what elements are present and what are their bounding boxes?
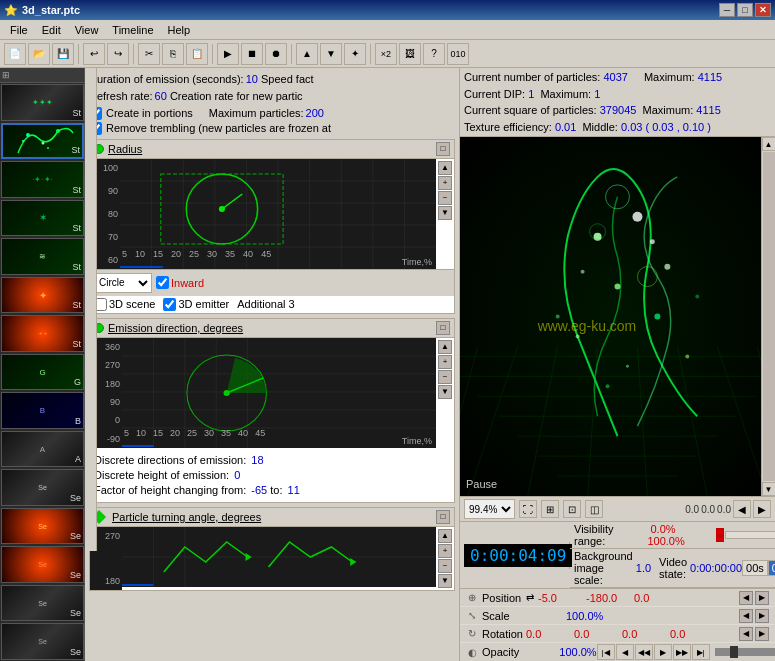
rotation-x[interactable]: 0.0 [526,628,566,640]
thumbnail-4[interactable]: ≋ St [1,238,84,275]
emission-side-btn-4[interactable]: ▼ [438,385,452,399]
tb-down[interactable]: ▼ [320,43,342,65]
duration-value[interactable]: 10 [246,72,258,87]
scale-btn-1[interactable]: ◀ [739,609,753,623]
tb-cut[interactable]: ✂ [138,43,160,65]
nav-btn-2[interactable]: ▶ [753,500,771,518]
maximize-button[interactable]: □ [737,3,753,17]
play-to-start[interactable]: |◀ [597,644,615,660]
menu-edit[interactable]: Edit [36,22,67,38]
radius-shape-select[interactable]: Circle Square Triangle [94,273,152,293]
play-thumb[interactable] [730,646,738,658]
thumbnail-14[interactable]: Se Se [1,623,84,660]
thumbnail-2[interactable]: ·✦·✦· St [1,161,84,198]
timeline-label-08s[interactable]: 08s [768,560,775,576]
tb-redo[interactable]: ↪ [107,43,129,65]
radius-side-btn-4[interactable]: ▼ [438,206,452,220]
scroll-track[interactable] [763,152,775,481]
menu-timeline[interactable]: Timeline [106,22,159,38]
zoom-icon-3[interactable]: ⊡ [563,500,581,518]
play-back-frame[interactable]: ◀ [616,644,634,660]
tb-undo[interactable]: ↩ [83,43,105,65]
tb-x2[interactable]: ×2 [375,43,397,65]
scroll-up[interactable]: ▲ [762,137,776,151]
play-back[interactable]: ◀◀ [635,644,653,660]
range-left[interactable] [716,528,724,542]
menu-view[interactable]: View [69,22,105,38]
emission-graph-btn[interactable]: □ [436,321,450,335]
emitter-3d-checkbox[interactable] [163,298,176,311]
position-y[interactable]: -180.0 [586,592,626,604]
viewport-scrollbar[interactable]: ▲ ▼ [761,137,775,496]
turning-graph-canvas[interactable] [122,527,436,587]
turning-side-btn-1[interactable]: ▲ [438,529,452,543]
scroll-down[interactable]: ▼ [762,482,776,496]
thumbnail-8[interactable]: B B [1,392,84,429]
inward-checkbox[interactable] [156,276,169,289]
tb-up[interactable]: ▲ [296,43,318,65]
tb-help[interactable]: ? [423,43,445,65]
tb-open[interactable]: 📂 [28,43,50,65]
thumbnail-12[interactable]: Se Se [1,546,84,583]
thumbnail-3[interactable]: ✶ St [1,200,84,237]
rot-btn-2[interactable]: ▶ [755,627,769,641]
tb-play[interactable]: ▶ [217,43,239,65]
viewport[interactable]: www.eg-ku.com Pause ▲ ▼ [460,137,775,496]
turning-side-btn-4[interactable]: ▼ [438,574,452,588]
emission-side-btn-1[interactable]: ▲ [438,340,452,354]
scale-value[interactable]: 100.0% [566,610,603,622]
zoom-select[interactable]: 99.4% 100% 50% [464,499,515,519]
tb-extra[interactable]: 010 [447,43,469,65]
discrete-h-value[interactable]: 0 [234,469,240,481]
radius-side-btn-2[interactable]: + [438,176,452,190]
tb-new[interactable]: 📄 [4,43,26,65]
rotation-w[interactable]: 0.0 [670,628,710,640]
nav-btn-1[interactable]: ◀ [733,500,751,518]
radius-graph-canvas[interactable]: Time,% 51015202530354045 [120,159,436,269]
rotation-y[interactable]: 0.0 [574,628,614,640]
tb-copy[interactable]: ⎘ [162,43,184,65]
radius-side-btn-1[interactable]: ▲ [438,161,452,175]
tb-save[interactable]: 💾 [52,43,74,65]
radius-side-btn-3[interactable]: − [438,191,452,205]
thumbnail-13[interactable]: Se Se [1,585,84,622]
menu-file[interactable]: File [4,22,34,38]
max-particles-value[interactable]: 200 [306,107,324,119]
tb-paste[interactable]: 📋 [186,43,208,65]
turning-side-btn-3[interactable]: − [438,559,452,573]
thumbnail-9[interactable]: A A [1,431,84,468]
discrete-dir-value[interactable]: 18 [251,454,263,466]
rotation-z[interactable]: 0.0 [622,628,662,640]
factor-from[interactable]: -65 [251,484,267,496]
rot-btn-1[interactable]: ◀ [739,627,753,641]
play-progress[interactable] [715,648,775,656]
thumb-expand[interactable]: ⊞ [2,70,10,80]
radius-graph-btn-1[interactable]: □ [436,142,450,156]
turning-graph-btn[interactable]: □ [436,510,450,524]
scale-btn-2[interactable]: ▶ [755,609,769,623]
pos-btn-2[interactable]: ▶ [755,591,769,605]
emission-graph-canvas[interactable]: Time,% 51015202530354045 [122,338,436,448]
emission-side-btn-2[interactable]: + [438,355,452,369]
emission-side-btn-3[interactable]: − [438,370,452,384]
zoom-icon-2[interactable]: ⊞ [541,500,559,518]
tb-particles[interactable]: ✦ [344,43,366,65]
close-button[interactable]: ✕ [755,3,771,17]
menu-help[interactable]: Help [162,22,197,38]
opacity-value[interactable]: 100.0% [559,646,596,658]
tb-stop[interactable]: ⏹ [241,43,263,65]
thumbnail-5[interactable]: ✦ St [1,277,84,314]
tb-rec[interactable]: ⏺ [265,43,287,65]
thumbnail-10[interactable]: Se Se [1,469,84,506]
thumbnail-1[interactable]: St [1,123,84,160]
position-z[interactable]: 0.0 [634,592,674,604]
timeline-label-00s[interactable]: 00s [742,560,768,576]
turning-side-btn-2[interactable]: + [438,544,452,558]
refresh-value[interactable]: 60 [155,89,167,104]
thumbnail-7[interactable]: G G [1,354,84,391]
pos-btn-1[interactable]: ◀ [739,591,753,605]
position-x[interactable]: -5.0 [538,592,578,604]
factor-to[interactable]: 11 [288,484,300,496]
range-track[interactable] [725,531,775,539]
play-forward[interactable]: ▶▶ [673,644,691,660]
